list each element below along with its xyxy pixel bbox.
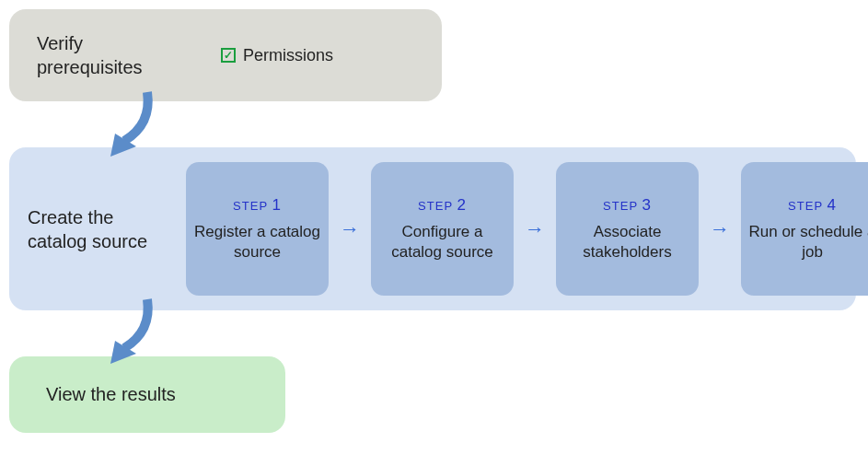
- stage-create-title: Create the catalog source: [28, 205, 175, 253]
- step-card-1: STEP 1 Register a catalog source: [186, 162, 329, 296]
- permissions-item: ✓ Permissions: [221, 46, 333, 65]
- step-number: STEP 1: [233, 196, 282, 215]
- checkbox-icon: ✓: [221, 48, 236, 63]
- step-desc: Register a catalog source: [193, 222, 321, 262]
- permissions-label: Permissions: [243, 46, 333, 65]
- step-number: STEP 2: [418, 196, 467, 215]
- step-desc: Run or schedule a job: [748, 222, 868, 262]
- stage-view-results: View the results: [9, 356, 285, 433]
- step-card-2: STEP 2 Configure a catalog source: [371, 162, 514, 296]
- stage-results-title: View the results: [46, 384, 249, 405]
- step-number: STEP 4: [788, 196, 837, 215]
- arrow-right-icon: →: [340, 217, 360, 241]
- step-card-3: STEP 3 Associate stakeholders: [556, 162, 699, 296]
- step-card-4: STEP 4 Run or schedule a job: [741, 162, 868, 296]
- stage-prerequisites-title: Verify prerequisites: [37, 31, 166, 79]
- arrow-right-icon: →: [525, 217, 545, 241]
- step-desc: Configure a catalog source: [378, 222, 506, 262]
- arrow-right-icon: →: [710, 217, 730, 241]
- step-number: STEP 3: [603, 196, 652, 215]
- stage-prerequisites: Verify prerequisites ✓ Permissions: [9, 9, 442, 101]
- stage-create-catalog: Create the catalog source STEP 1 Registe…: [9, 147, 856, 310]
- step-desc: Associate stakeholders: [563, 222, 691, 262]
